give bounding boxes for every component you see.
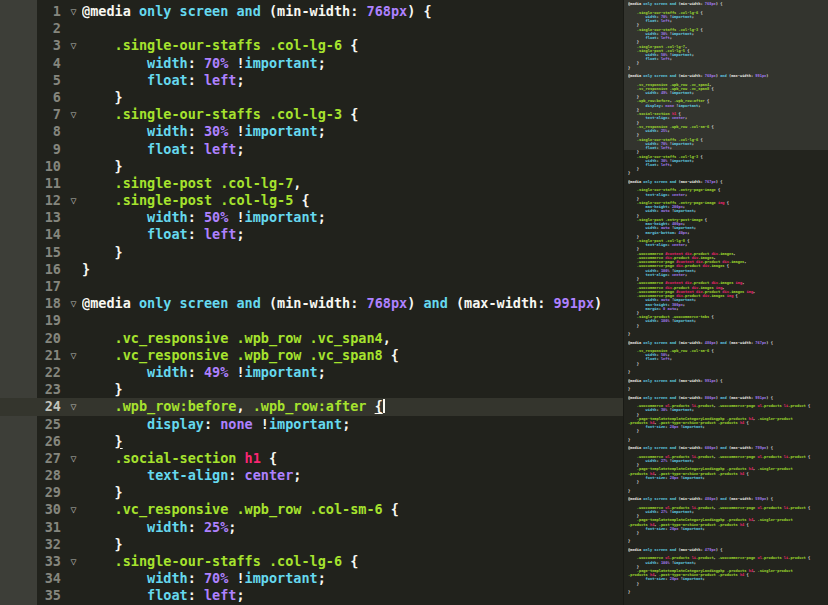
line-number[interactable]: 4 <box>0 55 65 72</box>
code-line[interactable]: 12▽ .single-post .col-lg-5 { <box>0 192 623 209</box>
code-line[interactable]: 23 } <box>0 381 623 398</box>
gutter[interactable]: 32 <box>0 536 82 553</box>
code-line[interactable]: 11 .single-post .col-lg-7, <box>0 175 623 192</box>
gutter[interactable]: 1▽ <box>0 3 82 20</box>
line-number[interactable]: 33 <box>0 553 65 570</box>
code-line[interactable]: 21▽ .vc_responsive .wpb_row .vc_span8 { <box>0 347 623 364</box>
gutter[interactable]: 14 <box>0 226 82 243</box>
line-number[interactable]: 13 <box>0 209 65 226</box>
fold-arrow-icon[interactable]: ▽ <box>65 37 82 54</box>
gutter[interactable]: 15 <box>0 244 82 261</box>
gutter[interactable]: 29 <box>0 484 82 501</box>
line-number[interactable]: 20 <box>0 330 65 347</box>
gutter[interactable]: 6 <box>0 89 82 106</box>
gutter[interactable]: 16 <box>0 261 82 278</box>
line-number[interactable]: 31 <box>0 519 65 536</box>
gutter[interactable]: 9 <box>0 141 82 158</box>
code-line[interactable]: 31 width: 25%; <box>0 519 623 536</box>
code-line[interactable]: 33▽ .single-our-staffs .col-lg-6 { <box>0 553 623 570</box>
gutter[interactable]: 30▽ <box>0 501 82 518</box>
line-number[interactable]: 22 <box>0 364 65 381</box>
code-line[interactable]: 20 .vc_responsive .wpb_row .vc_span4, <box>0 330 623 347</box>
code-line[interactable]: 22 width: 49% !important; <box>0 364 623 381</box>
line-number[interactable]: 32 <box>0 536 65 553</box>
gutter[interactable]: 2 <box>0 20 82 37</box>
line-number[interactable]: 6 <box>0 89 65 106</box>
code-line[interactable]: 5 float: left; <box>0 72 623 89</box>
line-number[interactable]: 34 <box>0 570 65 587</box>
gutter[interactable]: 20 <box>0 330 82 347</box>
code-pane[interactable]: 1▽@media only screen and (min-width: 768… <box>0 0 623 605</box>
gutter[interactable]: 4 <box>0 55 82 72</box>
gutter[interactable]: 25 <box>0 416 82 433</box>
line-number[interactable]: 18 <box>0 295 65 312</box>
code-line[interactable]: 29 } <box>0 484 623 501</box>
line-number[interactable]: 26 <box>0 433 65 450</box>
line-number[interactable]: 8 <box>0 123 65 140</box>
code-line[interactable]: 3▽ .single-our-staffs .col-lg-6 { <box>0 37 623 54</box>
code-line[interactable]: 30▽ .vc_responsive .wpb_row .col-sm-6 { <box>0 501 623 518</box>
line-number[interactable]: 28 <box>0 467 65 484</box>
code-line[interactable]: 10 } <box>0 158 623 175</box>
line-number[interactable]: 23 <box>0 381 65 398</box>
line-number[interactable]: 15 <box>0 244 65 261</box>
gutter[interactable]: 28 <box>0 467 82 484</box>
code-line[interactable]: 13 width: 50% !important; <box>0 209 623 226</box>
line-number[interactable]: 25 <box>0 416 65 433</box>
code-line[interactable]: 6 } <box>0 89 623 106</box>
line-number[interactable]: 21 <box>0 347 65 364</box>
gutter[interactable]: 7▽ <box>0 106 82 123</box>
fold-arrow-icon[interactable]: ▽ <box>65 501 82 518</box>
code-line[interactable]: 14 float: left; <box>0 226 623 243</box>
line-number[interactable]: 27 <box>0 450 65 467</box>
code-line[interactable]: 25 display: none !important; <box>0 416 623 433</box>
fold-arrow-icon[interactable]: ▽ <box>65 3 82 20</box>
fold-arrow-icon[interactable]: ▽ <box>65 295 82 312</box>
gutter[interactable]: 26 <box>0 433 82 450</box>
code-line[interactable]: 35 float: left; <box>0 587 623 604</box>
gutter[interactable]: 3▽ <box>0 37 82 54</box>
code-line[interactable]: 28 text-align: center; <box>0 467 623 484</box>
fold-arrow-icon[interactable]: ▽ <box>65 192 82 209</box>
code-line[interactable]: 18▽@media only screen and (min-width: 76… <box>0 295 623 312</box>
code-line[interactable]: 26 } <box>0 433 623 450</box>
code-line[interactable]: 17 <box>0 278 623 295</box>
code-line[interactable]: 1▽@media only screen and (min-width: 768… <box>0 3 623 20</box>
fold-arrow-icon[interactable]: ▽ <box>65 347 82 364</box>
line-number[interactable]: 7 <box>0 106 65 123</box>
code-line-active[interactable]: 24▽ .wpb_row:before, .wpb_row:after { <box>0 398 623 415</box>
code-line[interactable]: 7▽ .single-our-staffs .col-lg-3 { <box>0 106 623 123</box>
line-number[interactable]: 3 <box>0 37 65 54</box>
code-line[interactable]: 34 width: 70% !important; <box>0 570 623 587</box>
gutter[interactable]: 34 <box>0 570 82 587</box>
code-line[interactable]: 4 width: 70% !important; <box>0 55 623 72</box>
line-number[interactable]: 1 <box>0 3 65 20</box>
gutter[interactable]: 19 <box>0 312 82 329</box>
gutter[interactable]: 11 <box>0 175 82 192</box>
gutter[interactable]: 31 <box>0 519 82 536</box>
line-number[interactable]: 19 <box>0 312 65 329</box>
line-number[interactable]: 10 <box>0 158 65 175</box>
gutter[interactable]: 5 <box>0 72 82 89</box>
code-line[interactable]: 15 } <box>0 244 623 261</box>
line-number[interactable]: 12 <box>0 192 65 209</box>
gutter[interactable]: 17 <box>0 278 82 295</box>
fold-arrow-icon[interactable]: ▽ <box>65 398 82 415</box>
line-number[interactable]: 11 <box>0 175 65 192</box>
gutter[interactable]: 23 <box>0 381 82 398</box>
line-number[interactable]: 5 <box>0 72 65 89</box>
gutter[interactable]: 24▽ <box>0 398 82 415</box>
minimap[interactable]: @media only screen and (min-width: 768px… <box>623 0 828 605</box>
line-number[interactable]: 24 <box>0 398 65 415</box>
fold-arrow-icon[interactable]: ▽ <box>65 450 82 467</box>
line-number[interactable]: 14 <box>0 226 65 243</box>
code-line[interactable]: 32 } <box>0 536 623 553</box>
line-number[interactable]: 30 <box>0 501 65 518</box>
code-line[interactable]: 9 float: left; <box>0 141 623 158</box>
gutter[interactable]: 35 <box>0 587 82 604</box>
fold-arrow-icon[interactable]: ▽ <box>65 553 82 570</box>
line-number[interactable]: 2 <box>0 20 65 37</box>
line-number[interactable]: 17 <box>0 278 65 295</box>
code-line[interactable]: 8 width: 30% !important; <box>0 123 623 140</box>
code-line[interactable]: 19 <box>0 312 623 329</box>
